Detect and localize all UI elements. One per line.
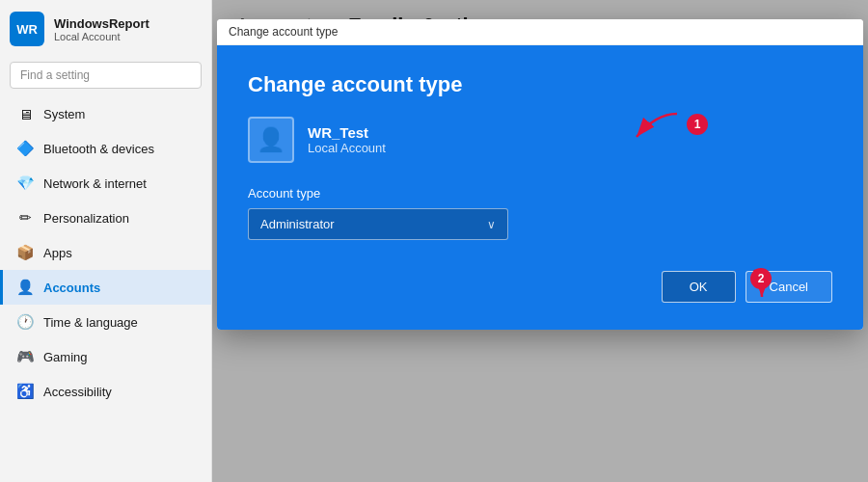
sidebar-item-bluetooth[interactable]: 🔷 Bluetooth & devices (0, 131, 211, 166)
sidebar-header: WR WindowsReport Local Account (0, 0, 211, 58)
dropdown-selected-value: Administrator (260, 217, 335, 231)
dialog-title-bar: Change account type (217, 19, 863, 45)
account-type-dropdown[interactable]: Administrator ∨ (248, 208, 508, 240)
content-area: Accounts > Family & other users Add acco… (212, 0, 868, 482)
sidebar-item-network[interactable]: 💎 Network & internet (0, 166, 211, 201)
sidebar-item-apps[interactable]: 📦 Apps (0, 235, 211, 270)
sidebar-item-label-apps: Apps (43, 246, 72, 260)
account-type-section-label: Account type (248, 186, 832, 201)
callout-1: 1 (687, 114, 708, 135)
sidebar-item-accounts[interactable]: 👤 Accounts (0, 270, 211, 305)
gaming-icon: 🎮 (16, 348, 34, 365)
dialog-user-info: WR_Test Local Account (308, 124, 386, 155)
search-box[interactable]: Find a setting (10, 62, 202, 89)
sidebar-item-label-system: System (43, 107, 85, 121)
app-logo: WR (10, 12, 44, 46)
accessibility-icon: ♿ (16, 383, 34, 400)
app-name: WindowsReport Local Account (54, 16, 149, 42)
sidebar: WR WindowsReport Local Account Find a se… (0, 0, 212, 482)
ok-button[interactable]: OK (662, 271, 736, 303)
sidebar-item-system[interactable]: 🖥 System (0, 96, 211, 131)
time-icon: 🕐 (16, 313, 34, 331)
dialog-title-text: Change account type (229, 25, 338, 39)
sidebar-item-label-accessibility: Accessibility (43, 385, 112, 399)
sidebar-item-label-accounts: Accounts (43, 281, 100, 295)
dialog-username: WR_Test (308, 124, 386, 141)
sidebar-item-label-network: Network & internet (43, 176, 147, 191)
dialog-buttons: OK Cancel (248, 271, 832, 303)
sidebar-item-label-bluetooth: Bluetooth & devices (43, 142, 154, 156)
sidebar-item-time[interactable]: 🕐 Time & language (0, 305, 211, 339)
accounts-icon: 👤 (16, 279, 34, 296)
bluetooth-icon: 🔷 (16, 140, 34, 157)
dialog-user-row: 👤 WR_Test Local Account (248, 117, 832, 163)
main-container: WR WindowsReport Local Account Find a se… (0, 0, 868, 482)
sidebar-item-personalization[interactable]: ✏ Personalization (0, 201, 211, 235)
sidebar-item-accessibility[interactable]: ♿ Accessibility (0, 374, 211, 409)
chevron-down-icon: ∨ (487, 218, 496, 231)
dialog-user-type: Local Account (308, 141, 386, 155)
callout-2: 2 (750, 268, 772, 289)
apps-icon: 📦 (16, 244, 34, 261)
dialog-avatar: 👤 (248, 117, 294, 163)
dialog-overlay: Change account type Change account type … (212, 0, 868, 482)
system-icon: 🖥 (16, 105, 34, 122)
app-name-title: WindowsReport (54, 16, 149, 31)
app-name-sub: Local Account (54, 31, 149, 42)
sidebar-item-label-personalization: Personalization (43, 211, 129, 226)
network-icon: 💎 (16, 174, 34, 192)
personalization-icon: ✏ (16, 209, 34, 227)
sidebar-item-label-time: Time & language (43, 315, 138, 330)
sidebar-item-gaming[interactable]: 🎮 Gaming (0, 339, 211, 374)
sidebar-item-label-gaming: Gaming (43, 350, 88, 364)
dialog-heading: Change account type (248, 72, 832, 97)
